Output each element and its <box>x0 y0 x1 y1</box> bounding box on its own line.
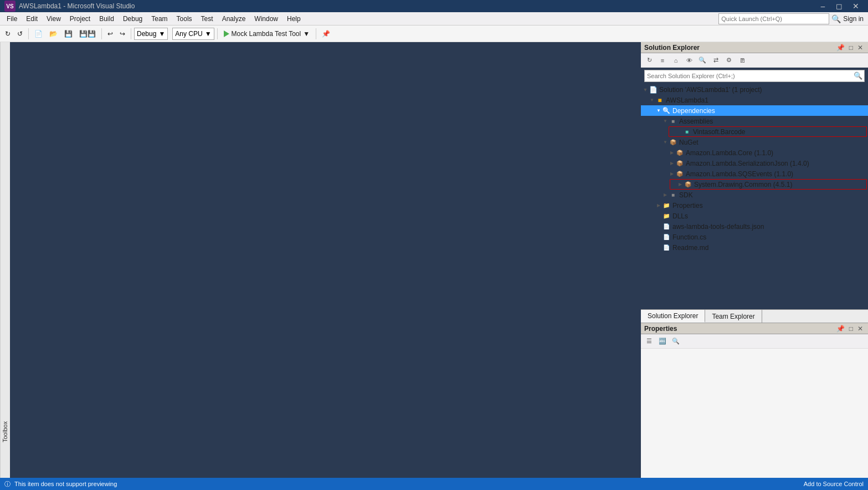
toolbar-open-btn[interactable]: 📂 <box>47 27 60 40</box>
menu-file[interactable]: File <box>2 12 22 25</box>
minimize-button[interactable]: ‒ <box>815 0 830 12</box>
editor-area <box>10 42 641 478</box>
menu-team[interactable]: Team <box>147 12 172 25</box>
props-close-button[interactable]: ✕ <box>856 325 865 333</box>
menu-test[interactable]: Test <box>197 12 218 25</box>
menu-build[interactable]: Build <box>95 12 119 25</box>
props-expand-icon <box>655 202 662 209</box>
se-tabs: Solution Explorer Team Explorer <box>641 309 868 323</box>
tab-solution-explorer[interactable]: Solution Explorer <box>641 310 705 323</box>
toolbar-pin-btn[interactable]: 📌 <box>319 27 333 40</box>
toolbox-label[interactable]: Toolbox <box>1 419 9 445</box>
menu-project[interactable]: Project <box>65 12 95 25</box>
se-props-btn[interactable]: 🖹 <box>736 54 748 67</box>
properties-header: Properties 📌 □ ✕ <box>641 323 868 334</box>
props-header-buttons: 📌 □ ✕ <box>835 325 865 333</box>
aws-json-label: aws-lambda-tools-defaults.json <box>672 223 866 231</box>
quick-launch-input[interactable] <box>718 13 829 24</box>
menu-window[interactable]: Window <box>250 12 283 25</box>
main-layout: Toolbox Solution Explorer 📌 □ ✕ ↻ ≡ ⌂ 👁 <box>0 42 868 478</box>
se-search-icon: 🔍 <box>854 72 862 80</box>
se-close-button[interactable]: ✕ <box>856 44 865 52</box>
properties-label: Properties <box>672 202 866 210</box>
amazon-serial-icon: 📦 <box>675 159 684 168</box>
tree-sdk[interactable]: ■ SDK <box>641 190 868 200</box>
se-header-buttons: 📌 □ ✕ <box>835 44 865 52</box>
sign-in-button[interactable]: Sign in <box>841 15 866 23</box>
amazon-core-label: Amazon.Lambda.Core (1.1.0) <box>686 149 866 157</box>
toolbar-undo-btn[interactable]: ↩ <box>105 27 116 40</box>
debug-config-dropdown[interactable]: Debug ▼ <box>134 28 168 40</box>
status-bar: ⓘ This item does not support previewing … <box>0 478 868 490</box>
vintasoft-label: Vintasoft.Barcode <box>693 128 864 136</box>
platform-dropdown[interactable]: Any CPU ▼ <box>172 28 214 40</box>
props-pin-button[interactable]: 📌 <box>835 325 846 333</box>
right-panel: Solution Explorer 📌 □ ✕ ↻ ≡ ⌂ 👁 🔍 ⇄ ⚙ 🖹 <box>641 42 868 478</box>
se-home-btn[interactable]: ⌂ <box>670 54 682 67</box>
se-search-area: 🔍 <box>644 70 865 82</box>
toolbar-sep-1 <box>28 28 29 39</box>
toolbar-sep-4 <box>217 28 218 39</box>
search-icon: 🔍 <box>831 14 841 23</box>
menu-view[interactable]: View <box>42 12 65 25</box>
tree-assemblies[interactable]: ■ Assemblies <box>641 116 868 126</box>
props-alpha-btn[interactable]: 🔤 <box>656 335 669 348</box>
toolbar-sep-5 <box>316 28 316 39</box>
menu-edit[interactable]: Edit <box>22 12 42 25</box>
props-search-btn[interactable]: 🔍 <box>670 335 682 348</box>
tree-amazon-serial[interactable]: 📦 Amazon.Lambda.SerializationJson (1.4.0… <box>641 158 868 169</box>
window-title: AWSLambda1 - Microsoft Visual Studio <box>19 2 135 10</box>
tree-solution[interactable]: ▼ 📄 Solution 'AWSLambda1' (1 project) <box>641 84 868 95</box>
se-collapse-btn[interactable]: ≡ <box>656 54 669 67</box>
se-sync-btn[interactable]: ⇄ <box>710 54 722 67</box>
menu-debug[interactable]: Debug <box>119 12 147 25</box>
tree-nuget[interactable]: 📦 NuGet <box>641 137 868 147</box>
sdk-icon: ■ <box>669 191 677 200</box>
function-cs-label: Function.cs <box>672 233 866 241</box>
props-folder-icon: 📁 <box>662 201 671 210</box>
se-float-button[interactable]: □ <box>848 44 855 52</box>
se-settings-btn[interactable]: ⚙ <box>723 54 735 67</box>
amazon-core-icon: 📦 <box>675 149 684 157</box>
tree-amazon-core[interactable]: 📦 Amazon.Lambda.Core (1.1.0) <box>641 147 868 158</box>
se-search-input[interactable] <box>644 70 865 82</box>
se-filter-btn[interactable]: 🔍 <box>696 54 708 67</box>
tree-amazon-sqs[interactable]: 📦 Amazon.Lambda.SQSEvents (1.1.0) <box>641 169 868 179</box>
solution-icon: 📄 <box>649 85 658 94</box>
menu-analyze[interactable]: Analyze <box>218 12 250 25</box>
se-pin-button[interactable]: 📌 <box>835 44 846 52</box>
system-drawing-expand <box>677 181 684 188</box>
dlls-label: DLLs <box>672 212 866 220</box>
toolbar-redo-btn[interactable]: ↪ <box>117 27 128 40</box>
vintasoft-icon: ■ <box>682 127 691 136</box>
props-category-btn[interactable]: ☰ <box>643 335 655 348</box>
tree-project[interactable]: ■ AWSLambda1 <box>641 95 868 105</box>
system-drawing-icon: 📦 <box>684 180 692 189</box>
deps-icon: 🔍 <box>662 106 671 115</box>
status-right: Add to Source Control <box>804 481 864 487</box>
toolbar-back-btn[interactable]: ↻ <box>2 27 13 40</box>
tab-team-explorer[interactable]: Team Explorer <box>705 310 762 323</box>
toolbar-fwd-btn[interactable]: ↺ <box>14 27 25 40</box>
tree-aws-tools-json[interactable]: 📄 aws-lambda-tools-defaults.json <box>641 221 868 232</box>
close-button[interactable]: ✕ <box>848 0 864 12</box>
tree-dependencies[interactable]: 🔍 Dependencies <box>641 105 868 116</box>
se-show-all-btn[interactable]: 👁 <box>683 54 695 67</box>
tree-system-drawing[interactable]: 📦 System.Drawing.Common (4.5.1) <box>670 179 867 190</box>
toolbar-new-btn[interactable]: 📄 <box>32 27 45 40</box>
toolbar-saveall-btn[interactable]: 💾💾 <box>76 27 99 40</box>
tree-function-cs[interactable]: 📄 Function.cs <box>641 232 868 242</box>
tree-vintasoft-barcode[interactable]: ■ Vintasoft.Barcode <box>669 126 867 137</box>
tree-readme-md[interactable]: 📄 Readme.md <box>641 242 868 253</box>
toolbar-save-btn[interactable]: 💾 <box>61 27 75 40</box>
run-button[interactable]: Mock Lambda Test Tool ▼ <box>220 29 314 39</box>
tree-properties[interactable]: 📁 Properties <box>641 200 868 211</box>
menu-tools[interactable]: Tools <box>172 12 197 25</box>
menu-help[interactable]: Help <box>283 12 305 25</box>
restore-button[interactable]: ◻ <box>831 0 847 12</box>
source-control-btn[interactable]: Add to Source Control <box>804 481 864 487</box>
project-expand-icon <box>649 97 655 104</box>
tree-dlls[interactable]: 📁 DLLs <box>641 211 868 221</box>
props-float-button[interactable]: □ <box>848 325 855 333</box>
se-refresh-btn[interactable]: ↻ <box>643 54 655 67</box>
